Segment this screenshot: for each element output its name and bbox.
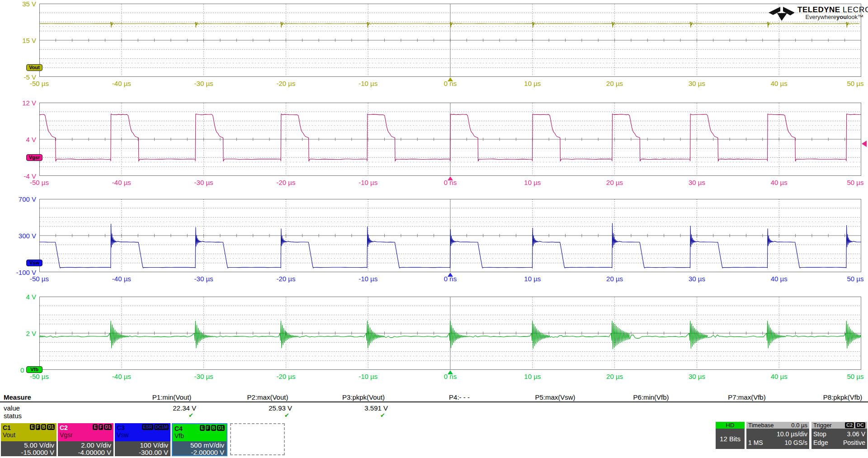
timebase-box[interactable]: Timebase 0.0 µs 10.0 µs/div 1 MS 10 GS/s (746, 422, 809, 449)
x-axis-c2: -50 µs-40 µs-30 µs-20 µs-10 µs0 ns10 µs2… (0, 179, 868, 187)
measure-header-p1[interactable]: P1:min(Vout) (124, 393, 220, 401)
trigger-time-marker-c2 (448, 176, 453, 180)
grid-c2 (39, 103, 861, 176)
x-tick-label: -40 µs (112, 80, 131, 87)
badge-d1: D1 (104, 424, 112, 430)
channel-offset-c2: -4.00000 V (58, 449, 111, 456)
trigger-type: Edge (813, 439, 828, 447)
x-tick-label: -50 µs (30, 373, 49, 380)
trigger-source-badge: C2 (845, 422, 854, 428)
x-tick-label: -50 µs (30, 80, 49, 87)
x-tick-label: 50 µs (847, 373, 864, 380)
x-tick-label: 40 µs (771, 179, 788, 186)
x-tick-label: -30 µs (194, 179, 213, 186)
x-tick-label: 20 µs (606, 179, 623, 186)
x-tick-label: -40 µs (112, 275, 131, 283)
x-tick-label: 30 µs (689, 80, 705, 87)
channel-descriptor-c3[interactable]: C3ESRDC1MVsw100 V/div-300.00 V (115, 423, 170, 456)
measure-header-p2[interactable]: P2:max(Vout) (220, 393, 316, 401)
x-tick-label: 20 µs (606, 80, 623, 87)
y-axis-label-c2-1: 4 V (0, 136, 36, 143)
trigger-time-marker-c4 (448, 370, 453, 374)
trigger-coupling-badge: DC (855, 422, 865, 428)
y-axis-label-c3-0: 700 V (0, 196, 36, 203)
channel-id-c3: C3 (117, 424, 125, 431)
x-tick-label: 10 µs (524, 80, 541, 87)
badge-d1: D1 (217, 425, 225, 431)
channel-scale-c1: 5.00 V/div (1, 442, 54, 449)
channel-descriptor-c2[interactable]: C2EFD1Vgsr2.00 V/div-4.00000 V (58, 423, 113, 456)
x-tick-label: -20 µs (276, 80, 295, 87)
channel-name-c2: Vgsr (60, 431, 112, 439)
channel-scale-c2: 2.00 V/div (58, 442, 111, 449)
badge-esr: ESR (142, 424, 153, 430)
x-tick-label: -40 µs (112, 179, 131, 186)
grid-c1 (39, 4, 861, 77)
measure-status-p1: ✔ (124, 412, 220, 419)
channel-offset-c4: -2.00000 V (173, 449, 224, 456)
acquisition-hd-box[interactable]: HD 12 Bits (716, 422, 745, 449)
trigger-slope: Positive (843, 439, 865, 447)
measure-title: Measure (4, 393, 31, 401)
channel-descriptor-c1[interactable]: C1EFBD1Vout5.00 V/div-15.0000 V (1, 423, 57, 456)
hd-badge: HD (716, 422, 745, 429)
x-tick-label: -50 µs (30, 179, 49, 186)
trigger-level-marker[interactable] (862, 141, 867, 147)
channel-tag-vout[interactable]: Vout (26, 64, 42, 71)
channel-scale-c4: 500 mV/div (173, 442, 224, 449)
y-axis-label-c1-1: 15 V (0, 37, 36, 44)
x-tick-label: 10 µs (524, 275, 541, 283)
measure-header-p7[interactable]: P7:max(Vfb) (699, 393, 795, 401)
timebase-title: Timebase (748, 422, 774, 429)
channel-tag-vgsr[interactable]: Vgsr (26, 154, 42, 161)
x-tick-label: 20 µs (606, 373, 623, 380)
measure-value-row-label: value (4, 404, 20, 412)
hd-bits: 12 Bits (716, 429, 745, 449)
trigger-box[interactable]: Trigger C2 DC Stop 3.06 V Edge Positive (811, 422, 867, 449)
empty-descriptor-slot[interactable] (230, 423, 285, 455)
x-tick-label: 50 µs (847, 275, 864, 283)
measure-value-p3: 3.591 V (316, 404, 411, 412)
x-tick-label: -30 µs (194, 373, 213, 380)
measure-header-p6[interactable]: P6:min(Vfb) (603, 393, 699, 401)
channel-tag-vfb[interactable]: Vfb (26, 366, 42, 373)
x-tick-label: -20 µs (276, 373, 295, 380)
x-tick-label: -10 µs (359, 80, 377, 87)
grid-c4 (39, 297, 861, 370)
x-tick-label: 10 µs (524, 373, 541, 380)
channel-name-c1: Vout (3, 431, 55, 439)
measure-header-p5[interactable]: P5:max(Vsw) (507, 393, 603, 401)
y-axis-label-c2-0: 12 V (0, 99, 36, 106)
x-tick-label: -20 µs (276, 275, 295, 283)
badge-f: F (99, 424, 103, 430)
y-axis-label-c4-0: 4 V (0, 293, 36, 300)
badge-b: B (211, 425, 216, 431)
measure-header-p8[interactable]: P8:pkpk(Vfb) (795, 393, 868, 401)
x-axis-c4: -50 µs-40 µs-30 µs-20 µs-10 µs0 ns10 µs2… (0, 373, 868, 381)
channel-descriptor-c4[interactable]: C4EFBD1Vfb500 mV/div-2.00000 V (172, 423, 227, 456)
badge-d1: D1 (47, 424, 55, 430)
x-tick-label: 50 µs (847, 179, 864, 186)
x-tick-label: -40 µs (112, 373, 131, 380)
x-tick-label: 30 µs (689, 373, 705, 380)
x-tick-label: -10 µs (359, 373, 377, 380)
timebase-record-length: 1 MS (748, 439, 763, 447)
x-tick-label: 30 µs (689, 179, 705, 186)
x-tick-label: 30 µs (689, 275, 705, 283)
y-axis-label-c4-1: 2 V (0, 330, 36, 337)
x-tick-label: 10 µs (524, 179, 541, 186)
trigger-level: 3.06 V (847, 430, 865, 439)
trigger-time-marker-c3 (448, 273, 453, 277)
channel-tag-vsw[interactable]: Vsw (26, 260, 42, 266)
timebase-offset: 0.0 µs (791, 422, 807, 429)
x-tick-label: -10 µs (359, 275, 377, 283)
y-axis-label-c1-0: 35 V (0, 0, 36, 7)
measure-status-p3: ✔ (316, 412, 411, 419)
measure-header-p3[interactable]: P3:pkpk(Vout) (316, 393, 411, 401)
channel-id-c1: C1 (3, 424, 11, 431)
badge-b: B (41, 424, 46, 430)
measure-header-p4[interactable]: P4:- - - (411, 393, 507, 401)
badge-e: E (30, 424, 35, 430)
grid-c3 (39, 199, 861, 272)
trigger-time-marker-c1 (448, 77, 453, 81)
